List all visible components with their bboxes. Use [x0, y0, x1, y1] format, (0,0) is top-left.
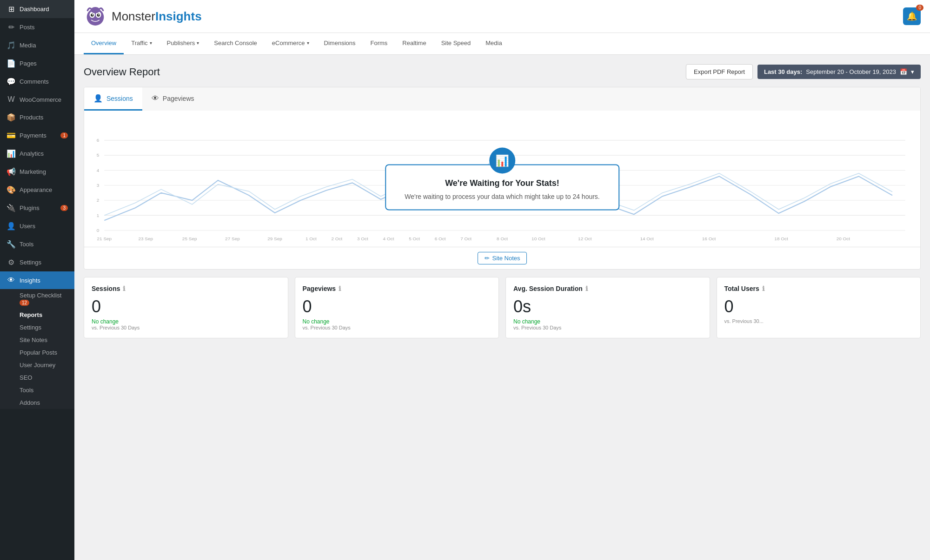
- stat-vs: vs. Previous 30 Days: [92, 325, 280, 330]
- stat-vs: vs. Previous 30...: [724, 318, 913, 324]
- waiting-icon: 📊: [489, 147, 515, 173]
- sidebar-item-payments[interactable]: 💳 Payments 1: [0, 126, 74, 145]
- nav-tabs: Overview Traffic ▾Publishers ▾Search Con…: [74, 33, 930, 55]
- svg-text:1 Oct: 1 Oct: [306, 236, 317, 241]
- svg-text:10 Oct: 10 Oct: [531, 236, 545, 241]
- sidebar-label-woocommerce: WooCommerce: [20, 96, 61, 103]
- info-icon[interactable]: ℹ: [762, 285, 764, 292]
- info-icon[interactable]: ℹ: [339, 285, 341, 292]
- waiting-description: We're waiting to process your data which…: [405, 192, 600, 200]
- report-title: Overview Report: [84, 66, 160, 78]
- sidebar-item-analytics[interactable]: 📊 Analytics: [0, 145, 74, 163]
- chart-tab-label: Pageviews: [163, 95, 194, 102]
- stat-value: 0: [724, 297, 913, 316]
- settings-icon: ⚙: [7, 258, 16, 267]
- waiting-overlay: 📊 We're Waiting for Your Stats! We're wa…: [385, 147, 619, 210]
- export-pdf-button[interactable]: Export PDF Report: [686, 64, 753, 79]
- sidebar-item-plugins[interactable]: 🔌 Plugins 3: [0, 199, 74, 217]
- stat-label: Avg. Session Duration ℹ: [513, 285, 702, 292]
- sidebar-item-appearance[interactable]: 🎨 Appearance: [0, 181, 74, 199]
- info-icon[interactable]: ℹ: [123, 285, 125, 292]
- tab-publishers[interactable]: Publishers ▾: [159, 33, 207, 54]
- svg-text:6 Oct: 6 Oct: [435, 236, 446, 241]
- sidebar-item-tools[interactable]: 🔧 Tools: [0, 235, 74, 253]
- users-icon: 👤: [7, 222, 16, 231]
- sub-label-seo: SEO: [20, 374, 32, 381]
- tab-overview[interactable]: Overview: [84, 33, 124, 54]
- sidebar-label-payments: Payments: [20, 132, 46, 139]
- sidebar-item-pages[interactable]: 📄 Pages: [0, 54, 74, 72]
- info-icon[interactable]: ℹ: [585, 285, 588, 292]
- tab-search-console[interactable]: Search Console: [206, 33, 265, 54]
- tab-forms[interactable]: Forms: [363, 33, 395, 54]
- bell-icon: 🔔: [907, 11, 917, 21]
- svg-text:3 Oct: 3 Oct: [357, 236, 368, 241]
- site-notes-label: Site Notes: [492, 255, 520, 262]
- date-range-button[interactable]: Last 30 days: September 20 - October 19,…: [757, 65, 921, 79]
- notification-badge: 0: [916, 5, 923, 11]
- products-icon: 📦: [7, 113, 16, 122]
- chart-area: 0 1 2 3 4 5 6 21 Sep 23 Sep 25 Sep 27 Se…: [84, 111, 920, 247]
- sidebar-sub-user-journey[interactable]: User Journey: [7, 359, 74, 371]
- stat-vs: vs. Previous 30 Days: [513, 325, 702, 330]
- chart-tab-pageviews[interactable]: 👁 Pageviews: [142, 87, 920, 111]
- sidebar-item-dashboard[interactable]: ⊞ Dashboard: [0, 0, 74, 18]
- site-notes-bar: ✏ Site Notes: [84, 247, 920, 269]
- tab-traffic[interactable]: Traffic ▾: [124, 33, 159, 54]
- tab-realtime[interactable]: Realtime: [395, 33, 433, 54]
- chart-tab-sessions[interactable]: 👤 Sessions: [84, 87, 142, 111]
- tab-dimensions[interactable]: Dimensions: [317, 33, 363, 54]
- tab-ecommerce[interactable]: eCommerce ▾: [265, 33, 317, 54]
- pencil-icon: ✏: [485, 255, 490, 262]
- sidebar-item-marketing[interactable]: 📢 Marketing: [0, 163, 74, 181]
- logo-icon: [84, 5, 107, 28]
- svg-text:27 Sep: 27 Sep: [225, 236, 240, 241]
- chevron-down-icon: ▾: [911, 68, 914, 75]
- sub-label-addons: Addons: [20, 399, 40, 406]
- svg-text:7 Oct: 7 Oct: [460, 236, 472, 241]
- sidebar-sub-settings-sub[interactable]: Settings: [7, 321, 74, 334]
- svg-text:1: 1: [97, 213, 100, 218]
- sub-label-reports: Reports: [20, 311, 42, 318]
- sidebar-label-pages: Pages: [20, 60, 37, 67]
- stat-card-avg.-session-duration: Avg. Session Duration ℹ 0s No change vs.…: [505, 277, 710, 338]
- sidebar-item-comments[interactable]: 💬 Comments: [0, 72, 74, 91]
- analytics-icon: 📊: [7, 149, 16, 158]
- sidebar-sub-seo[interactable]: SEO: [7, 371, 74, 384]
- notification-bell[interactable]: 🔔 0: [903, 7, 921, 25]
- logo-text-accent: Insights: [155, 9, 202, 23]
- date-label: Last 30 days:: [764, 68, 802, 75]
- svg-text:21 Sep: 21 Sep: [97, 236, 112, 241]
- sidebar-sub-popular-posts[interactable]: Popular Posts: [7, 346, 74, 359]
- chart-tab-icon: 👤: [93, 94, 103, 103]
- sidebar-sub-tools-sub[interactable]: Tools: [7, 384, 74, 396]
- sidebar-item-posts[interactable]: ✏ Posts: [0, 18, 74, 36]
- chart-container: 👤 Sessions👁 Pageviews 0 1 2: [84, 87, 921, 270]
- tab-label: Overview: [91, 40, 116, 46]
- sidebar-item-products[interactable]: 📦 Products: [0, 108, 74, 126]
- sidebar-sub-reports[interactable]: Reports: [7, 309, 74, 321]
- sub-label-site-notes: Site Notes: [20, 336, 47, 343]
- sidebar-item-media[interactable]: 🎵 Media: [0, 36, 74, 54]
- sidebar-sub-site-notes[interactable]: Site Notes: [7, 334, 74, 346]
- page-content: Overview Report Export PDF Report Last 3…: [74, 55, 930, 348]
- calendar-icon: 📅: [900, 68, 907, 75]
- tab-site-speed[interactable]: Site Speed: [434, 33, 478, 54]
- logo-text-plain: Monster: [112, 9, 155, 23]
- sidebar-item-settings[interactable]: ⚙ Settings: [0, 253, 74, 271]
- main-content: MonsterInsights 🔔 0 Overview Traffic ▾Pu…: [74, 0, 930, 560]
- sidebar-label-tools: Tools: [20, 241, 33, 248]
- sidebar-label-dashboard: Dashboard: [20, 6, 49, 13]
- svg-text:23 Sep: 23 Sep: [138, 236, 153, 241]
- tab-media[interactable]: Media: [478, 33, 509, 54]
- sidebar-sub-setup-checklist[interactable]: Setup Checklist 12: [7, 289, 74, 309]
- waiting-title: We're Waiting for Your Stats!: [405, 178, 600, 188]
- sidebar-item-woocommerce[interactable]: W WooCommerce: [0, 91, 74, 108]
- svg-text:20 Oct: 20 Oct: [837, 236, 850, 241]
- sidebar-item-users[interactable]: 👤 Users: [0, 217, 74, 235]
- svg-text:29 Sep: 29 Sep: [267, 236, 282, 241]
- sidebar-sub-addons[interactable]: Addons: [7, 396, 74, 409]
- sidebar-item-insights[interactable]: 👁 Insights: [0, 271, 74, 289]
- site-notes-link[interactable]: ✏ Site Notes: [478, 252, 527, 264]
- sidebar-label-users: Users: [20, 223, 35, 230]
